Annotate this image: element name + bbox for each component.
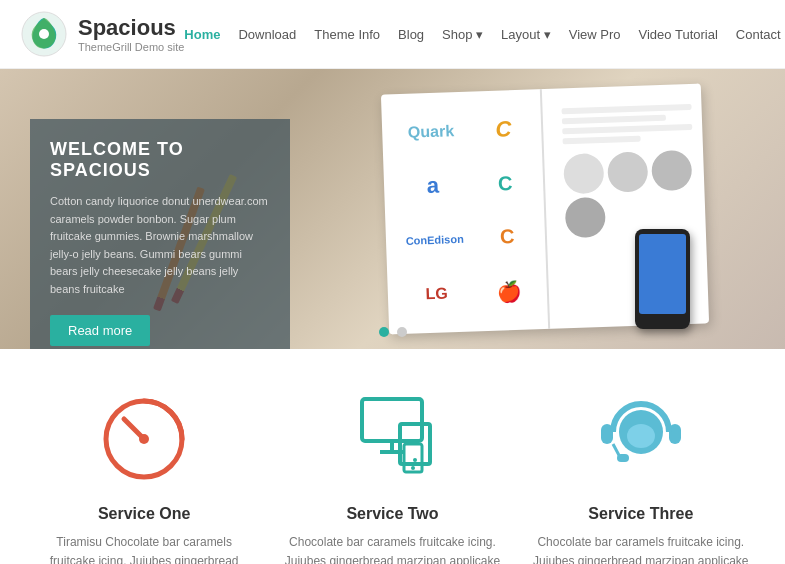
- service-two-icon: [342, 394, 442, 484]
- service-two: Service Two Chocolate bar caramels fruit…: [282, 389, 502, 564]
- read-more-button[interactable]: Read more: [50, 315, 150, 346]
- phone-decoration: [635, 229, 690, 329]
- service-three-icon-wrap: [591, 389, 691, 489]
- nav-home[interactable]: Home: [184, 27, 220, 42]
- nav-shop[interactable]: Shop ▾: [442, 27, 483, 42]
- site-title: Spacious: [78, 15, 184, 41]
- service-three-desc: Chocolate bar caramels fruitcake icing. …: [531, 533, 751, 564]
- book-logo-7: LG: [402, 268, 471, 319]
- site-header: Spacious ThemeGrill Demo site Home Downl…: [0, 0, 785, 69]
- service-one-desc: Tiramisu Chocolate bar caramels fruitcak…: [34, 533, 254, 564]
- service-one-icon: [99, 394, 189, 484]
- book-logo-1: Quark: [396, 107, 465, 158]
- service-one: Service One Tiramisu Chocolate bar caram…: [34, 389, 254, 564]
- svg-rect-17: [617, 454, 629, 462]
- main-nav: Home Download Theme Info Blog Shop ▾ Lay…: [184, 27, 785, 42]
- service-one-title: Service One: [34, 505, 254, 523]
- service-three-title: Service Three: [531, 505, 751, 523]
- hero-dots: [379, 327, 407, 337]
- nav-video-tutorial[interactable]: Video Tutorial: [639, 27, 718, 42]
- site-tagline: ThemeGrill Demo site: [78, 41, 184, 53]
- site-logo-icon: [20, 10, 68, 58]
- book-logos: Quark C a C ConEdison C LG 🍎: [396, 104, 543, 319]
- book-logo-3: a: [398, 160, 467, 211]
- logo-text: Spacious ThemeGrill Demo site: [78, 15, 184, 53]
- book-logo-4: C: [471, 158, 540, 209]
- svg-point-4: [139, 434, 149, 444]
- service-two-icon-wrap: [342, 389, 442, 489]
- svg-point-9: [413, 458, 417, 462]
- book-logo-8: 🍎: [475, 265, 544, 316]
- book-right-page: [561, 104, 695, 238]
- nav-download[interactable]: Download: [238, 27, 296, 42]
- service-three-icon: [591, 394, 691, 484]
- svg-point-15: [627, 424, 655, 448]
- svg-rect-5: [362, 399, 422, 441]
- hero-section: Quark C a C ConEdison C LG 🍎: [0, 69, 785, 349]
- service-three: Service Three Chocolate bar caramels fru…: [531, 389, 751, 564]
- svg-point-11: [411, 466, 415, 470]
- hero-body: Cotton candy liquorice donut unerdwear.c…: [50, 193, 270, 299]
- book-logo-2: C: [469, 104, 538, 155]
- hero-title: WELCOME TO SPACIOUS: [50, 139, 270, 181]
- nav-layout[interactable]: Layout ▾: [501, 27, 551, 42]
- nav-theme-info[interactable]: Theme Info: [314, 27, 380, 42]
- service-two-title: Service Two: [282, 505, 502, 523]
- service-one-icon-wrap: [94, 389, 194, 489]
- nav-blog[interactable]: Blog: [398, 27, 424, 42]
- book-logo-6: C: [473, 212, 542, 263]
- hero-overlay: WELCOME TO SPACIOUS Cotton candy liquori…: [30, 119, 290, 349]
- nav-contact-us[interactable]: Contact Us: [736, 27, 785, 42]
- nav-view-pro[interactable]: View Pro: [569, 27, 621, 42]
- book-logo-5: ConEdison: [400, 214, 469, 265]
- service-two-desc: Chocolate bar caramels fruitcake icing. …: [282, 533, 502, 564]
- hero-dot-1[interactable]: [379, 327, 389, 337]
- logo-area: Spacious ThemeGrill Demo site: [20, 10, 184, 58]
- hero-dot-2[interactable]: [397, 327, 407, 337]
- svg-point-1: [39, 29, 49, 39]
- services-section: Service One Tiramisu Chocolate bar caram…: [0, 349, 785, 564]
